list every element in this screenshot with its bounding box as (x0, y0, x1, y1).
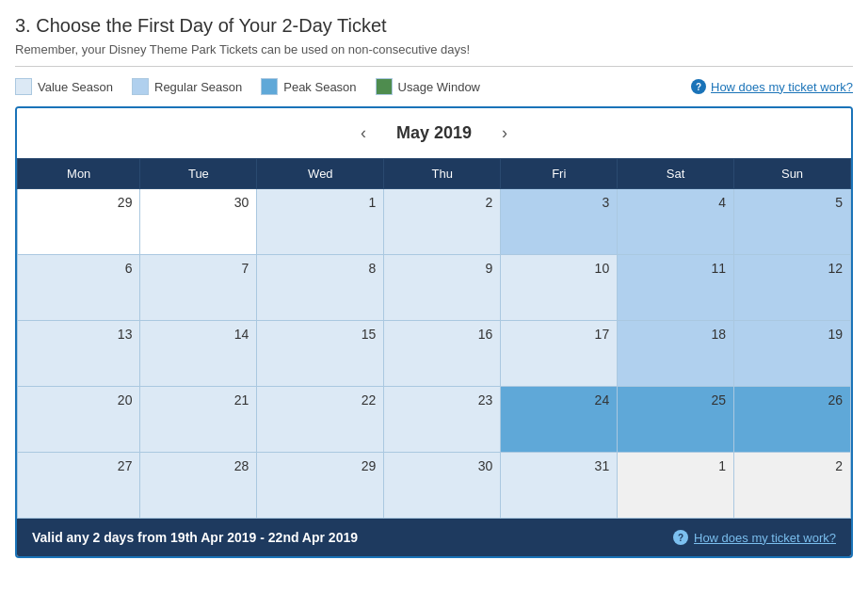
calendar-month-label: May 2019 (396, 123, 472, 143)
date-number: 4 (625, 195, 726, 210)
date-number: 29 (25, 195, 132, 210)
date-number: 21 (148, 392, 249, 408)
calendar-day-29[interactable]: 29 (257, 453, 384, 519)
calendar-day-9[interactable]: 9 (384, 255, 501, 321)
weekday-wed: Wed (257, 159, 384, 189)
weekday-mon: Mon (18, 159, 140, 189)
calendar-day-18[interactable]: 18 (618, 321, 734, 387)
table-row: 27 28 29 30 31 1 2 (18, 453, 851, 519)
calendar-day-19[interactable]: 19 (734, 321, 851, 387)
calendar-day-jun2: 2 (734, 453, 851, 519)
calendar-day-15[interactable]: 15 (257, 321, 384, 387)
calendar-day-apr30[interactable]: 30 (140, 189, 257, 255)
calendar-day-1[interactable]: 1 (257, 189, 384, 255)
calendar-header: ‹ May 2019 › (17, 108, 851, 158)
calendar-day-20[interactable]: 20 (18, 387, 140, 453)
date-number: 19 (742, 327, 843, 342)
weekday-thu: Thu (384, 159, 501, 189)
calendar-day-30[interactable]: 30 (384, 453, 501, 519)
date-number: 24 (508, 392, 609, 408)
table-row: 20 21 22 23 24 25 26 (18, 387, 851, 453)
calendar-day-4[interactable]: 4 (618, 189, 734, 255)
calendar-day-23[interactable]: 23 (384, 387, 501, 453)
calendar-day-31[interactable]: 31 (501, 453, 618, 519)
date-number: 20 (25, 392, 132, 408)
date-number: 30 (148, 195, 249, 210)
date-number: 30 (392, 458, 492, 473)
peak-season-swatch (261, 78, 278, 95)
date-number: 25 (625, 392, 726, 408)
date-number: 10 (508, 261, 609, 276)
date-number: 26 (742, 392, 843, 408)
legend-usage-window: Usage Window (376, 78, 480, 95)
weekday-tue: Tue (140, 159, 257, 189)
calendar-day-5[interactable]: 5 (734, 189, 851, 255)
calendar-day-3[interactable]: 3 (501, 189, 618, 255)
calendar-day-27[interactable]: 27 (18, 453, 140, 519)
weekday-sun: Sun (734, 159, 851, 189)
calendar-day-8[interactable]: 8 (257, 255, 384, 321)
date-number: 31 (508, 458, 609, 473)
date-number: 11 (625, 261, 726, 276)
calendar-day-apr29[interactable]: 29 (18, 189, 140, 255)
date-number: 2 (742, 458, 843, 473)
page-title: 3. Choose the First Day of Your 2-Day Ti… (15, 15, 853, 37)
help-icon-top: ? (691, 79, 706, 94)
date-number: 1 (625, 458, 726, 473)
usage-window-label: Usage Window (398, 80, 480, 94)
calendar-day-16[interactable]: 16 (384, 321, 501, 387)
date-number: 16 (392, 327, 492, 342)
calendar-day-7[interactable]: 7 (140, 255, 257, 321)
calendar-table: Mon Tue Wed Thu Fri Sat Sun 29 30 1 2 3 … (17, 158, 851, 519)
regular-season-label: Regular Season (154, 80, 242, 94)
calendar-day-6[interactable]: 6 (18, 255, 140, 321)
calendar-day-13[interactable]: 13 (18, 321, 140, 387)
date-number: 27 (25, 458, 132, 473)
usage-window-swatch (376, 78, 393, 95)
calendar-day-10[interactable]: 10 (501, 255, 618, 321)
date-number: 17 (508, 327, 609, 342)
calendar-day-25[interactable]: 25 (618, 387, 734, 453)
calendar-day-22[interactable]: 22 (257, 387, 384, 453)
date-number: 7 (148, 261, 249, 276)
date-number: 18 (625, 327, 726, 342)
page-subtitle: Remember, your Disney Theme Park Tickets… (15, 42, 853, 67)
calendar-day-2[interactable]: 2 (384, 189, 501, 255)
table-row: 6 7 8 9 10 11 12 (18, 255, 851, 321)
regular-season-swatch (132, 78, 149, 95)
calendar-day-14[interactable]: 14 (140, 321, 257, 387)
help-text-top[interactable]: How does my ticket work? (711, 80, 853, 94)
date-number: 5 (742, 195, 843, 210)
help-link-top[interactable]: ? How does my ticket work? (691, 79, 853, 94)
date-number: 28 (148, 458, 249, 473)
calendar-day-jun1: 1 (618, 453, 734, 519)
calendar-day-28[interactable]: 28 (140, 453, 257, 519)
date-number: 12 (742, 261, 843, 276)
calendar-day-21[interactable]: 21 (140, 387, 257, 453)
table-row: 29 30 1 2 3 4 5 (18, 189, 851, 255)
legend-peak-season: Peak Season (261, 78, 356, 95)
date-number: 15 (265, 327, 376, 342)
footer-help-text[interactable]: How does my ticket work? (694, 531, 836, 545)
calendar-day-26[interactable]: 26 (734, 387, 851, 453)
prev-month-button[interactable]: ‹ (353, 120, 374, 147)
value-season-label: Value Season (38, 80, 113, 94)
weekday-header-row: Mon Tue Wed Thu Fri Sat Sun (18, 159, 851, 189)
calendar-day-11[interactable]: 11 (618, 255, 734, 321)
date-number: 29 (265, 458, 376, 473)
footer-validity-text: Valid any 2 days from 19th Apr 2019 - 22… (32, 530, 358, 545)
calendar-day-17[interactable]: 17 (501, 321, 618, 387)
date-number: 2 (392, 195, 492, 210)
calendar-day-24[interactable]: 24 (501, 387, 618, 453)
footer-help-link[interactable]: ? How does my ticket work? (673, 530, 836, 545)
calendar-day-12[interactable]: 12 (734, 255, 851, 321)
table-row: 13 14 15 16 17 18 19 (18, 321, 851, 387)
calendar: ‹ May 2019 › Mon Tue Wed Thu Fri Sat Sun… (15, 106, 853, 558)
date-number: 8 (265, 261, 376, 276)
next-month-button[interactable]: › (494, 120, 515, 147)
date-number: 1 (265, 195, 376, 210)
calendar-footer: Valid any 2 days from 19th Apr 2019 - 22… (17, 519, 851, 556)
legend-row: Value Season Regular Season Peak Season … (15, 78, 853, 95)
date-number: 23 (392, 392, 492, 408)
weekday-sat: Sat (618, 159, 734, 189)
